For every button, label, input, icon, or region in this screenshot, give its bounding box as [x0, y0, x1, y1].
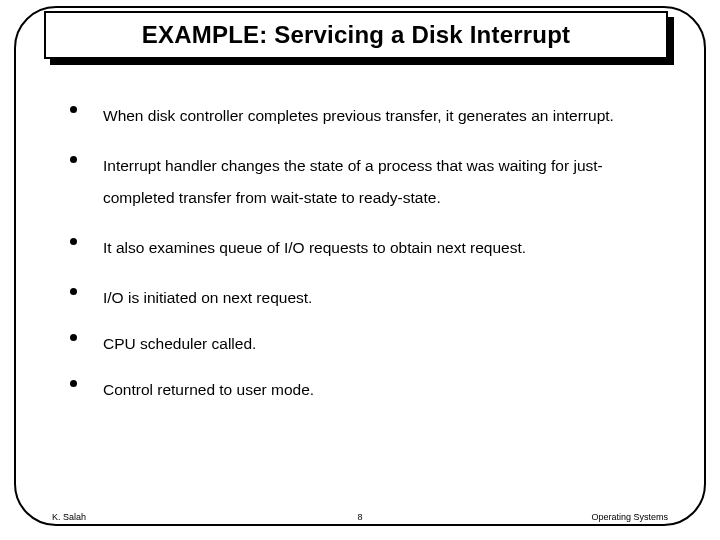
footer-author: K. Salah: [52, 512, 257, 522]
bullet-icon: [70, 334, 77, 341]
bullet-item: It also examines queue of I/O requests t…: [70, 232, 660, 264]
bullet-item: I/O is initiated on next request.: [70, 282, 660, 314]
bullet-icon: [70, 106, 77, 113]
slide-container: EXAMPLE: Servicing a Disk Interrupt When…: [0, 0, 720, 540]
content-area: When disk controller completes previous …: [70, 100, 660, 420]
bullet-item: CPU scheduler called.: [70, 328, 660, 360]
slide-title: EXAMPLE: Servicing a Disk Interrupt: [142, 21, 570, 49]
bullet-icon: [70, 380, 77, 387]
bullet-text: I/O is initiated on next request.: [103, 282, 312, 314]
bullet-item: When disk controller completes previous …: [70, 100, 660, 132]
bullet-text: CPU scheduler called.: [103, 328, 256, 360]
bullet-text: Interrupt handler changes the state of a…: [103, 150, 660, 214]
footer-page-number: 8: [257, 512, 462, 522]
bullet-item: Control returned to user mode.: [70, 374, 660, 406]
bullet-text: Control returned to user mode.: [103, 374, 314, 406]
bullet-text: When disk controller completes previous …: [103, 100, 614, 132]
bullet-item: Interrupt handler changes the state of a…: [70, 150, 660, 214]
title-box: EXAMPLE: Servicing a Disk Interrupt: [44, 11, 668, 59]
bullet-text: It also examines queue of I/O requests t…: [103, 232, 526, 264]
bullet-icon: [70, 288, 77, 295]
bullet-icon: [70, 156, 77, 163]
bullet-icon: [70, 238, 77, 245]
footer-course: Operating Systems: [463, 512, 668, 522]
footer: K. Salah 8 Operating Systems: [52, 512, 668, 522]
